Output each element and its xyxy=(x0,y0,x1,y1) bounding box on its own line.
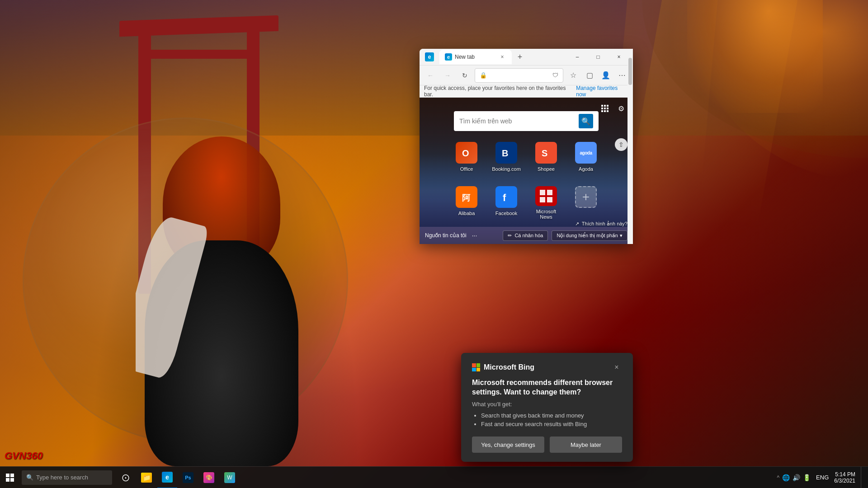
scrollbar-thumb[interactable] xyxy=(628,58,632,85)
facebook-logo-icon: f xyxy=(500,191,513,203)
site-item-booking[interactable]: B Booking.com xyxy=(488,138,524,179)
site-item-add[interactable]: + xyxy=(568,183,604,223)
ms-green xyxy=(476,363,481,367)
favorites-button[interactable]: ☆ xyxy=(566,68,580,83)
nguon-tin-label[interactable]: Nguồn tin của tôi xyxy=(425,232,467,239)
taskbar-search-text: Type here to search xyxy=(36,474,88,481)
yes-change-settings-button[interactable]: Yes, change settings xyxy=(472,436,544,453)
close-button[interactable]: × xyxy=(609,50,629,64)
manage-favorites-link[interactable]: Manage favorites now xyxy=(576,85,628,98)
site-item-shopee[interactable]: S Shopee xyxy=(528,138,564,179)
extra-app-icon: W xyxy=(224,472,235,483)
profile-button[interactable]: 👤 xyxy=(599,68,613,83)
network-icon[interactable]: 🌐 xyxy=(782,474,790,481)
taskbar-pinned-apps: ⨀ 📁 e Ps 🎨 W xyxy=(116,467,240,488)
alibaba-icon: 阿 xyxy=(456,186,477,208)
search-icon: 🔍 xyxy=(581,117,590,126)
facebook-label: Facebook xyxy=(495,211,517,216)
svg-rect-16 xyxy=(547,190,552,195)
noi-dung-button[interactable]: Nội dung hiển thị một phần ▾ xyxy=(552,230,627,241)
bing-search-input[interactable] xyxy=(459,117,575,125)
popup-close-button[interactable]: × xyxy=(611,362,622,373)
battery-icon[interactable]: 🔋 xyxy=(803,474,811,481)
bing-header: ⚙ xyxy=(599,102,627,115)
page-settings-button[interactable]: ⚙ xyxy=(615,102,627,115)
tab-title: New tab xyxy=(455,54,475,60)
office-logo-icon: O xyxy=(460,146,473,159)
lock-icon: 🔒 xyxy=(480,72,487,79)
minimize-button[interactable]: – xyxy=(567,50,588,64)
task-view-icon: ⨀ xyxy=(122,473,129,482)
agoda-icon: agoda xyxy=(575,142,597,164)
tab-favicon: e xyxy=(445,53,452,61)
svg-rect-6 xyxy=(601,110,603,112)
refresh-button[interactable]: ↻ xyxy=(458,68,472,83)
ps-icon: Ps xyxy=(183,472,193,483)
taskbar-extra-app[interactable]: W xyxy=(220,467,240,488)
back-button[interactable]: ← xyxy=(423,68,438,83)
clock-time: 5:14 PM xyxy=(835,471,855,478)
msnews-icon xyxy=(535,186,557,206)
volume-icon[interactable]: 🔊 xyxy=(793,474,800,481)
site-item-alibaba[interactable]: 阿 Alibaba xyxy=(448,183,485,223)
site-item-agoda[interactable]: agoda Agoda xyxy=(568,138,604,179)
photo-like-bar[interactable]: ↗ Thích hình ảnh này? xyxy=(575,221,627,227)
more-options-dots[interactable]: ··· xyxy=(470,231,479,240)
site-item-facebook[interactable]: f Facebook xyxy=(488,183,524,223)
svg-rect-15 xyxy=(540,190,545,195)
taskbar-file-explorer[interactable]: 📁 xyxy=(137,467,156,488)
apps-grid-button[interactable] xyxy=(599,102,611,115)
svg-text:B: B xyxy=(502,148,508,158)
edge-app-icon: e xyxy=(423,51,436,63)
favorites-bar: For quick access, place your favorites h… xyxy=(420,85,633,98)
bing-popup-logo-text: Microsoft Bing xyxy=(484,363,534,371)
show-hidden-icons[interactable]: ^ xyxy=(777,474,779,481)
maximize-button[interactable]: □ xyxy=(588,50,609,64)
new-tab-content: ⚙ 🔍 ⇧ xyxy=(420,98,633,244)
facebook-icon: f xyxy=(495,186,517,208)
start-button[interactable] xyxy=(0,467,20,488)
time-display[interactable]: 5:14 PM 6/3/2021 xyxy=(830,471,859,484)
browser-scrollbar xyxy=(627,49,633,244)
system-tray: ^ 🌐 🔊 🔋 xyxy=(773,474,814,481)
edge-taskbar-icon: e xyxy=(162,472,173,483)
bing-search-box[interactable]: 🔍 xyxy=(454,111,599,131)
noi-dung-text: Nội dung hiển thị một phần xyxy=(557,233,618,239)
window-controls: – □ × xyxy=(567,50,629,64)
scroll-up-button[interactable]: ⇧ xyxy=(615,138,627,151)
show-desktop-button[interactable] xyxy=(861,467,864,488)
svg-rect-0 xyxy=(601,105,603,107)
expand-icon: ↗ xyxy=(575,221,579,227)
browser-toolbar: ← → ↻ 🔒 🛡 ☆ ▢ 👤 ⋯ xyxy=(420,65,633,85)
taskbar-task-view[interactable]: ⨀ xyxy=(116,467,136,488)
taskbar-photoshop[interactable]: Ps xyxy=(178,467,198,488)
taskbar-right: ^ 🌐 🔊 🔋 ENG 5:14 PM 6/3/2021 xyxy=(773,467,868,488)
taskbar-search[interactable]: 🔍 Type here to search xyxy=(22,470,112,485)
bing-search-button[interactable]: 🔍 xyxy=(579,114,593,128)
new-tab-button[interactable]: + xyxy=(514,51,526,63)
maybe-later-button[interactable]: Maybe later xyxy=(550,436,622,453)
address-bar[interactable]: 🔒 🛡 xyxy=(475,68,563,83)
shopee-label: Shopee xyxy=(538,166,555,172)
forward-button[interactable]: → xyxy=(440,68,455,83)
win-logo-q2 xyxy=(10,474,14,477)
shopee-logo-icon: S xyxy=(540,146,552,159)
security-icon: 🛡 xyxy=(552,72,558,79)
site-item-msnews[interactable]: Microsoft News xyxy=(528,183,564,223)
site-item-office[interactable]: O Office xyxy=(448,138,485,179)
search-container: 🔍 xyxy=(454,111,599,131)
ca-nhan-hoa-button[interactable]: ✏ Cá nhân hóa xyxy=(503,230,548,241)
language-indicator[interactable]: ENG xyxy=(816,474,829,481)
svg-text:f: f xyxy=(503,192,506,203)
taskbar-paint[interactable]: 🎨 xyxy=(199,467,219,488)
bing-recommendation-popup: Microsoft Bing × Microsoft recommends di… xyxy=(461,353,633,462)
browser-tab-newtab[interactable]: e New tab × xyxy=(439,50,512,64)
collections-button[interactable]: ▢ xyxy=(582,68,597,83)
browser-titlebar: e e New tab × + – □ × xyxy=(420,49,633,65)
gvn360-logo: GVN360 xyxy=(5,450,42,462)
agoda-text: agoda xyxy=(580,150,592,155)
chevron-down-icon: ▾ xyxy=(620,233,623,239)
tab-close-btn[interactable]: × xyxy=(498,53,506,61)
taskbar-edge-browser[interactable]: e xyxy=(157,467,177,488)
chevron-up-icon: ⇧ xyxy=(618,141,624,148)
